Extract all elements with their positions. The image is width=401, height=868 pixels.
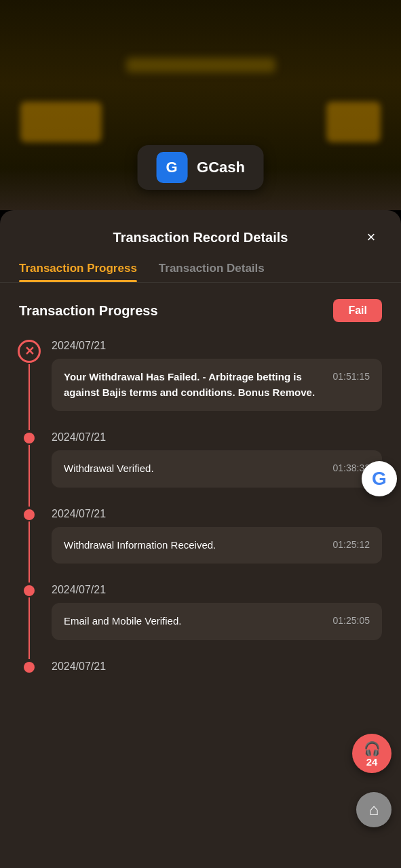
- timeline-line-3: [28, 597, 30, 659]
- timeline-message-1: Withdrawal Verified.: [64, 461, 325, 477]
- timeline-time-3: 01:25:05: [333, 615, 370, 626]
- timeline-left-4: [19, 659, 39, 698]
- timeline-dot-fail: ✕: [18, 340, 41, 363]
- timeline-left-1: [19, 430, 39, 507]
- chat-headset-icon: 🎧: [364, 741, 381, 757]
- timeline-dot-3: [24, 585, 35, 596]
- timeline-item-0: ✕ 2024/07/21 Your Withdrawal Has Failed.…: [19, 338, 382, 430]
- gcash-label: GCash: [197, 159, 245, 176]
- floating-chat-button[interactable]: 🎧 24: [352, 734, 392, 773]
- timeline-date-3: 2024/07/21: [52, 584, 382, 596]
- timeline-left-0: ✕: [19, 338, 39, 430]
- modal: Transaction Record Details × Transaction…: [0, 210, 401, 868]
- timeline-right-4: 2024/07/21: [52, 659, 382, 698]
- timeline-right-3: 2024/07/21 Email and Mobile Verified. 01…: [52, 583, 382, 659]
- modal-content: Transaction Progress Fail ✕ 2024/07/21 Y…: [0, 283, 401, 715]
- timeline-left-2: [19, 507, 39, 583]
- gcash-icon: G: [156, 152, 187, 183]
- timeline-line-0: [28, 364, 30, 430]
- home-icon: ⌂: [369, 800, 379, 819]
- section-title: Transaction Progress: [19, 303, 158, 319]
- timeline: ✕ 2024/07/21 Your Withdrawal Has Failed.…: [19, 338, 382, 698]
- tabs-container: Transaction Progress Transaction Details: [0, 248, 401, 282]
- timeline-message-0: Your Withdrawal Has Failed. - Arbitrage …: [64, 370, 325, 400]
- chat-inner: 🎧 24: [364, 741, 381, 767]
- timeline-item-4: 2024/07/21: [19, 659, 382, 698]
- timeline-item-3: 2024/07/21 Email and Mobile Verified. 01…: [19, 583, 382, 659]
- tab-transaction-details[interactable]: Transaction Details: [159, 262, 265, 282]
- timeline-date-2: 2024/07/21: [52, 508, 382, 520]
- google-fab-button[interactable]: G: [362, 461, 397, 496]
- timeline-card-1: Withdrawal Verified. 01:38:32: [52, 450, 382, 488]
- blur-box-right: [326, 102, 381, 142]
- timeline-date-1: 2024/07/21: [52, 431, 382, 443]
- timeline-card-3: Email and Mobile Verified. 01:25:05: [52, 603, 382, 640]
- gcash-badge: G GCash: [137, 145, 264, 190]
- chat-24-label: 24: [366, 757, 378, 767]
- timeline-message-2: Withdrawal Information Received.: [64, 538, 325, 553]
- blur-box-left: [20, 102, 102, 142]
- timeline-right-0: 2024/07/21 Your Withdrawal Has Failed. -…: [52, 338, 382, 430]
- top-background: G GCash: [0, 0, 401, 210]
- tab-transaction-progress[interactable]: Transaction Progress: [19, 262, 137, 282]
- timeline-right-2: 2024/07/21 Withdrawal Information Receiv…: [52, 507, 382, 583]
- timeline-message-3: Email and Mobile Verified.: [64, 614, 325, 629]
- timeline-card-2: Withdrawal Information Received. 01:25:1…: [52, 527, 382, 564]
- floating-home-button[interactable]: ⌂: [356, 792, 392, 827]
- timeline-right-1: 2024/07/21 Withdrawal Verified. 01:38:32: [52, 430, 382, 507]
- close-button[interactable]: ×: [360, 226, 382, 248]
- status-badge: Fail: [333, 299, 382, 322]
- modal-title: Transaction Record Details: [41, 230, 360, 245]
- timeline-date-4: 2024/07/21: [52, 660, 382, 673]
- timeline-dot-1: [24, 433, 35, 443]
- timeline-dot-2: [24, 509, 35, 520]
- modal-header: Transaction Record Details ×: [0, 210, 401, 248]
- timeline-dot-4: [24, 662, 35, 673]
- timeline-line-1: [28, 445, 30, 507]
- timeline-time-0: 01:51:15: [333, 371, 370, 382]
- timeline-time-2: 01:25:12: [333, 539, 370, 550]
- timeline-date-0: 2024/07/21: [52, 340, 382, 352]
- timeline-item-1: 2024/07/21 Withdrawal Verified. 01:38:32: [19, 430, 382, 507]
- section-header: Transaction Progress Fail: [19, 299, 382, 322]
- timeline-left-3: [19, 583, 39, 659]
- google-icon: G: [372, 468, 387, 490]
- timeline-card-0: Your Withdrawal Has Failed. - Arbitrage …: [52, 359, 382, 411]
- timeline-line-2: [28, 521, 30, 583]
- blur-text: [126, 58, 275, 73]
- timeline-item-2: 2024/07/21 Withdrawal Information Receiv…: [19, 507, 382, 583]
